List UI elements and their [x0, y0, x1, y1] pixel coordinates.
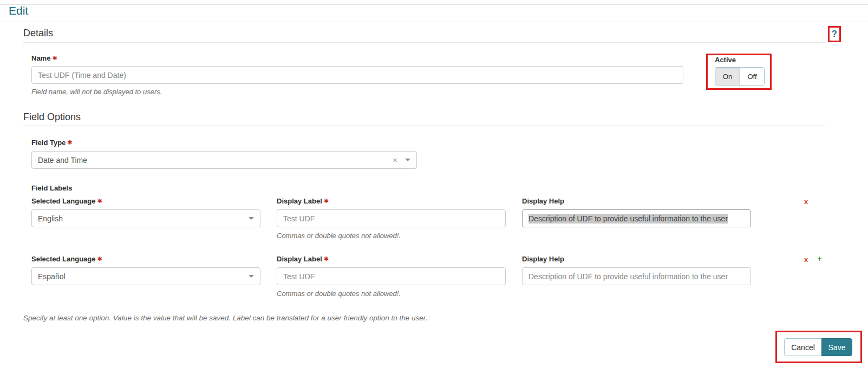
required-icon: ✱ — [97, 255, 102, 262]
row2-add-icon[interactable]: + — [817, 255, 822, 262]
active-toggle: On Off — [715, 67, 765, 86]
required-icon: ✱ — [52, 55, 57, 61]
annotation-box-buttons: Cancel Save — [775, 331, 862, 363]
cancel-button[interactable]: Cancel — [784, 338, 821, 356]
help-icon[interactable]: ? — [832, 29, 837, 39]
caret-down-icon[interactable] — [249, 217, 254, 220]
details-divider — [23, 42, 826, 43]
row2-language-value: Español — [38, 272, 249, 281]
active-label: Active — [715, 56, 736, 64]
row1-language-label: Selected Language✱ — [31, 197, 102, 205]
top-divider — [0, 4, 868, 5]
field-labels-heading: Field Labels — [31, 184, 72, 192]
field-type-label: Field Type✱ — [31, 139, 73, 147]
row1-language-select[interactable]: English — [31, 209, 260, 227]
required-icon: ✱ — [67, 139, 72, 146]
row1-display-help-label: Display Help — [522, 197, 564, 205]
row2-display-help-label: Display Help — [522, 255, 564, 263]
row1-display-label-helper: Commas or double quotes not allowed!. — [277, 232, 401, 240]
row2-display-label-input[interactable] — [277, 267, 506, 285]
annotation-box-help: ? — [828, 26, 841, 42]
selected-text: Description of UDF to provide useful inf… — [528, 214, 728, 224]
active-off-button[interactable]: Off — [740, 68, 764, 85]
caret-down-icon[interactable] — [405, 159, 410, 161]
title-divider — [0, 22, 868, 22]
row2-language-select[interactable]: Español — [31, 267, 260, 285]
row1-language-value: English — [38, 214, 249, 223]
field-type-value: Date and Time — [38, 156, 393, 165]
name-helper: Field name, will not be displayed to use… — [31, 88, 162, 96]
row1-display-help-input[interactable]: Description of UDF to provide useful inf… — [522, 209, 751, 227]
save-button[interactable]: Save — [821, 338, 852, 356]
field-type-select[interactable]: Date and Time × — [31, 151, 417, 169]
row2-display-label-helper: Commas or double quotes not allowed!. — [277, 290, 401, 298]
row2-language-label: Selected Language✱ — [31, 255, 102, 263]
footer-button-group: Cancel Save — [784, 338, 852, 356]
required-icon: ✱ — [324, 255, 329, 262]
row1-remove-icon[interactable]: x — [804, 198, 808, 205]
annotation-box-active: Active On Off — [706, 54, 772, 90]
row2-display-help-input[interactable] — [522, 267, 751, 285]
required-icon: ✱ — [97, 198, 102, 204]
caret-down-icon[interactable] — [249, 275, 254, 278]
row2-display-label-label: Display Label✱ — [277, 255, 329, 263]
active-on-button[interactable]: On — [715, 68, 740, 85]
row1-display-label-label: Display Label✱ — [277, 197, 329, 205]
page-title: Edit — [9, 4, 28, 17]
clear-icon[interactable]: × — [393, 155, 397, 165]
row1-display-label-input[interactable] — [277, 209, 506, 227]
details-heading: Details — [23, 28, 53, 39]
row2-remove-icon[interactable]: x — [804, 256, 808, 263]
required-icon: ✱ — [324, 198, 329, 204]
options-note: Specify at least one option. Value is th… — [23, 314, 427, 322]
name-label: Name✱ — [31, 54, 57, 62]
field-options-heading: Field Options — [23, 111, 81, 123]
name-input[interactable] — [31, 66, 683, 84]
field-options-divider — [23, 126, 826, 126]
